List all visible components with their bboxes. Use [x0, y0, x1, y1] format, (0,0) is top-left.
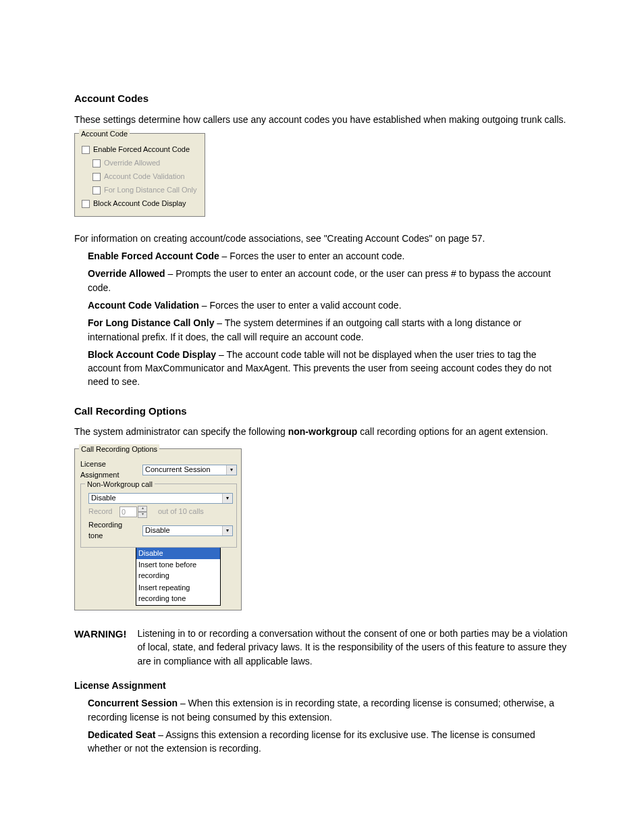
bullet-label: For Long Distance Call Only [88, 317, 214, 328]
checkbox-block-display[interactable] [82, 200, 90, 208]
intro-a: The system administrator can specify the… [74, 426, 288, 437]
bullet-text: – Forces the user to enter an account co… [219, 251, 405, 261]
bullet-label: Block Account Code Display [88, 349, 216, 360]
bullet-label: Account Code Validation [88, 300, 199, 311]
chevron-down-icon: ▾ [222, 494, 232, 503]
dropdown-tone-value: Disable [145, 525, 170, 536]
label-license-assignment: License Assignment [80, 459, 138, 481]
label-recording-tone: Recording tone [88, 520, 138, 542]
dropdown-open-list[interactable]: Disable Insert tone before recording Ins… [136, 547, 221, 606]
bullet-label: Concurrent Session [88, 698, 178, 708]
legend-non-workgroup: Non-Workgroup call [85, 479, 155, 490]
legend-call-recording: Call Recording Options [79, 444, 159, 455]
bullet-validation: Account Code Validation – Forces the use… [88, 298, 570, 312]
groupbox-account-code: Account Code Enable Forced Account Code … [74, 133, 205, 217]
label-block-display: Block Account Code Display [93, 199, 186, 209]
bullet-longdist: For Long Distance Call Only – The system… [88, 316, 570, 344]
row-enable-forced[interactable]: Enable Forced Account Code [82, 145, 200, 155]
dropdown-option-insert-before[interactable]: Insert tone before recording [136, 559, 220, 582]
groupbox-non-workgroup: Non-Workgroup call Disable ▾ Record ▴ ▾ … [80, 484, 237, 548]
bullet-label: Override Allowed [88, 268, 165, 279]
dropdown-disable[interactable]: Disable ▾ [88, 493, 233, 504]
groupbox-call-recording: Call Recording Options License Assignmen… [74, 448, 242, 610]
bullet-text: – Assigns this extension a recording lic… [88, 729, 535, 754]
dropdown-license-assignment[interactable]: Concurrent Session ▾ [142, 465, 237, 475]
label-longdist: For Long Distance Call Only [104, 185, 197, 196]
chevron-down-icon: ▾ [226, 465, 236, 475]
checkbox-longdist[interactable] [92, 186, 101, 194]
bullet-concurrent-session: Concurrent Session – When this extension… [88, 696, 570, 724]
bullet-override: Override Allowed – Prompts the user to e… [88, 267, 570, 294]
checkbox-validation[interactable] [92, 173, 101, 181]
warning-body: Listening in to or recording a conversat… [138, 627, 570, 668]
call-recording-intro: The system administrator can specify the… [74, 425, 570, 438]
account-codes-intro: These settings determine how callers use… [74, 113, 570, 126]
label-override: Override Allowed [104, 158, 160, 169]
dropdown-disable-value: Disable [91, 493, 116, 504]
heading-call-recording: Call Recording Options [74, 404, 570, 419]
dropdown-recording-tone[interactable]: Disable ▾ [142, 525, 233, 536]
dropdown-license-value: Concurrent Session [145, 465, 211, 475]
row-validation[interactable]: Account Code Validation [92, 172, 200, 182]
spinner-up-icon[interactable]: ▴ [138, 506, 147, 512]
label-enable-forced: Enable Forced Account Code [93, 145, 190, 155]
bullet-enable-forced: Enable Forced Account Code – Forces the … [88, 249, 570, 263]
dropdown-option-insert-repeating[interactable]: Insert repeating recording tone [136, 582, 220, 605]
spinner-down-icon[interactable]: ▾ [138, 512, 147, 518]
record-value-input[interactable] [119, 506, 137, 517]
bullet-block: Block Account Code Display – The account… [88, 348, 570, 389]
label-record-suffix: out of 10 calls [158, 506, 204, 517]
label-record: Record [88, 506, 115, 517]
bullet-dedicated-seat: Dedicated Seat – Assigns this extension … [88, 728, 570, 756]
bullet-label: Dedicated Seat [88, 729, 155, 740]
spinner-record[interactable]: ▴ ▾ [119, 506, 147, 518]
row-block-display[interactable]: Block Account Code Display [82, 199, 200, 209]
bullet-text: – Forces the user to enter a valid accou… [199, 300, 402, 311]
subhead-license-assignment: License Assignment [74, 679, 570, 692]
checkbox-override[interactable] [92, 159, 101, 167]
legend-account-code: Account Code [79, 129, 130, 140]
row-override[interactable]: Override Allowed [92, 158, 200, 169]
dropdown-option-disable[interactable]: Disable [136, 548, 220, 560]
chevron-down-icon: ▾ [222, 526, 232, 536]
intro-c: call recording options for an agent exte… [357, 426, 548, 437]
warning-label: WARNING! [74, 627, 127, 642]
row-longdist[interactable]: For Long Distance Call Only [92, 185, 200, 196]
intro-b: non-workgroup [288, 426, 358, 437]
checkbox-enable-forced[interactable] [82, 146, 90, 154]
heading-account-codes: Account Codes [74, 91, 570, 106]
account-codes-after: For information on creating account/code… [74, 232, 570, 245]
bullet-label: Enable Forced Account Code [88, 251, 219, 261]
label-validation: Account Code Validation [104, 172, 185, 182]
